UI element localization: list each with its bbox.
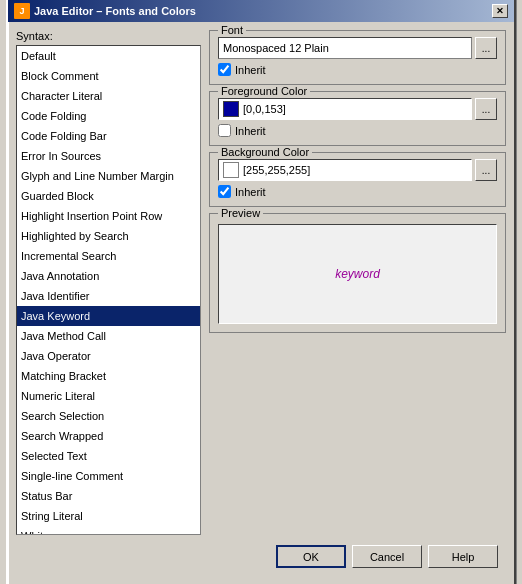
list-item-block-comment[interactable]: Block Comment — [17, 66, 200, 86]
background-group: Background Color [255,255,255] ... Inher… — [209, 152, 506, 207]
ok-button[interactable]: OK — [276, 545, 346, 568]
font-browse-button[interactable]: ... — [475, 37, 497, 59]
list-item-status-bar[interactable]: Status Bar — [17, 486, 200, 506]
font-inherit-label: Inherit — [235, 64, 266, 76]
font-row: ... — [218, 37, 497, 59]
list-item-java-annotation[interactable]: Java Annotation — [17, 266, 200, 286]
main-area: Syntax: DefaultBlock CommentCharacter Li… — [16, 30, 506, 535]
font-inherit-checkbox[interactable] — [218, 63, 231, 76]
java-icon: J — [14, 3, 30, 19]
list-item-single-line-comment[interactable]: Single-line Comment — [17, 466, 200, 486]
background-color-row: [255,255,255] ... — [218, 159, 497, 181]
foreground-browse-button[interactable]: ... — [475, 98, 497, 120]
background-browse-button[interactable]: ... — [475, 159, 497, 181]
close-button[interactable]: ✕ — [492, 4, 508, 18]
background-inherit-row: Inherit — [218, 185, 497, 198]
background-color-wrapper: [255,255,255] — [218, 159, 472, 181]
foreground-color-value: [0,0,153] — [243, 103, 286, 115]
foreground-group: Foreground Color [0,0,153] ... Inherit — [209, 91, 506, 146]
list-item-java-method-call[interactable]: Java Method Call — [17, 326, 200, 346]
foreground-color-swatch — [223, 101, 239, 117]
background-inherit-checkbox[interactable] — [218, 185, 231, 198]
help-button[interactable]: Help — [428, 545, 498, 568]
background-color-swatch — [223, 162, 239, 178]
foreground-color-wrapper: [0,0,153] — [218, 98, 472, 120]
title-bar-left: J Java Editor – Fonts and Colors — [14, 3, 196, 19]
list-item-string-literal[interactable]: String Literal — [17, 506, 200, 526]
preview-group-label: Preview — [218, 207, 263, 219]
syntax-list[interactable]: DefaultBlock CommentCharacter LiteralCod… — [16, 45, 201, 535]
list-item-error-in-sources[interactable]: Error In Sources — [17, 146, 200, 166]
font-group-label: Font — [218, 24, 246, 36]
background-color-value: [255,255,255] — [243, 164, 310, 176]
list-item-java-operator[interactable]: Java Operator — [17, 346, 200, 366]
background-inherit-label: Inherit — [235, 186, 266, 198]
dialog-content: Syntax: DefaultBlock CommentCharacter Li… — [8, 22, 514, 584]
font-input[interactable] — [218, 37, 472, 59]
foreground-inherit-label: Inherit — [235, 125, 266, 137]
preview-box: keyword — [218, 224, 497, 324]
bottom-buttons: OK Cancel Help — [16, 541, 506, 576]
list-item-incremental-search[interactable]: Incremental Search — [17, 246, 200, 266]
foreground-group-label: Foreground Color — [218, 85, 310, 97]
list-item-java-keyword[interactable]: Java Keyword — [17, 306, 200, 326]
preview-group: Preview keyword — [209, 213, 506, 333]
list-item-search-wrapped[interactable]: Search Wrapped — [17, 426, 200, 446]
main-dialog: J Java Editor – Fonts and Colors ✕ Synta… — [6, 0, 516, 584]
list-item-java-identifier[interactable]: Java Identifier — [17, 286, 200, 306]
list-item-default[interactable]: Default — [17, 46, 200, 66]
list-item-selected-text[interactable]: Selected Text — [17, 446, 200, 466]
list-item-numeric-literal[interactable]: Numeric Literal — [17, 386, 200, 406]
list-item-highlight-insertion[interactable]: Highlight Insertion Point Row — [17, 206, 200, 226]
syntax-label: Syntax: — [16, 30, 201, 42]
font-group: Font ... Inherit — [209, 30, 506, 85]
background-group-label: Background Color — [218, 146, 312, 158]
left-panel: Syntax: DefaultBlock CommentCharacter Li… — [16, 30, 201, 535]
list-item-guarded-block[interactable]: Guarded Block — [17, 186, 200, 206]
list-item-code-folding-bar[interactable]: Code Folding Bar — [17, 126, 200, 146]
title-bar: J Java Editor – Fonts and Colors ✕ — [8, 0, 514, 22]
list-item-glyph-line-number[interactable]: Glyph and Line Number Margin — [17, 166, 200, 186]
list-item-code-folding[interactable]: Code Folding — [17, 106, 200, 126]
foreground-inherit-row: Inherit — [218, 124, 497, 137]
right-panel: Font ... Inherit Foreground Color — [209, 30, 506, 535]
list-item-highlighted-search[interactable]: Highlighted by Search — [17, 226, 200, 246]
cancel-button[interactable]: Cancel — [352, 545, 422, 568]
list-item-search-selection[interactable]: Search Selection — [17, 406, 200, 426]
font-inherit-row: Inherit — [218, 63, 497, 76]
window-title: Java Editor – Fonts and Colors — [34, 5, 196, 17]
preview-keyword: keyword — [335, 267, 380, 281]
list-item-matching-bracket[interactable]: Matching Bracket — [17, 366, 200, 386]
list-item-whitespace[interactable]: Whitespace — [17, 526, 200, 535]
foreground-color-row: [0,0,153] ... — [218, 98, 497, 120]
list-item-character-literal[interactable]: Character Literal — [17, 86, 200, 106]
foreground-inherit-checkbox[interactable] — [218, 124, 231, 137]
